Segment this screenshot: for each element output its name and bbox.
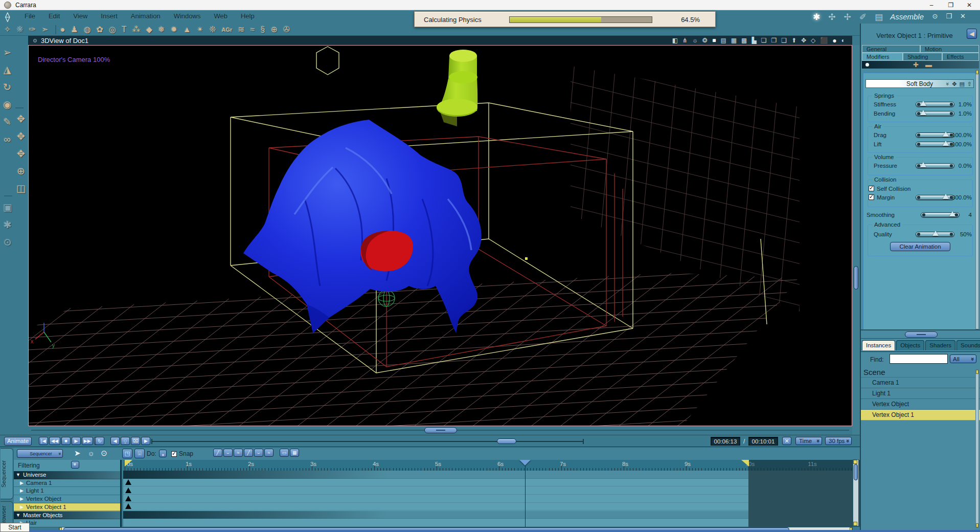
bone-tool-icon[interactable]: ✧ xyxy=(4,24,11,35)
zoom-view-icon[interactable]: ⊙ xyxy=(4,237,12,248)
rock-icon[interactable]: ◆ xyxy=(146,24,152,35)
minimize-button[interactable]: – xyxy=(923,0,940,10)
tween-linear-button[interactable]: ╱ xyxy=(213,449,222,457)
detach-panel-icon[interactable]: ❒ xyxy=(946,12,952,20)
smoothing-slider[interactable] xyxy=(921,212,960,217)
field-guide-icon[interactable]: ❑ xyxy=(781,37,787,44)
current-time-field[interactable]: 00:06:13 xyxy=(711,437,740,446)
next-frame-button[interactable]: ▶▶ xyxy=(82,437,93,445)
viewport-vscroll[interactable] xyxy=(852,45,860,435)
rotate-tool-icon[interactable]: ↻ xyxy=(3,82,11,93)
remove-modifier-button[interactable]: ▬ xyxy=(925,61,932,69)
dolly-icon[interactable]: ⊕ xyxy=(17,166,25,177)
tab-instances[interactable]: Instances xyxy=(862,340,895,350)
tree-item-light1[interactable]: ▶Light 1 xyxy=(14,487,120,495)
scale-tool-icon[interactable]: ◉ xyxy=(3,99,12,110)
range-end-flag[interactable] xyxy=(741,460,749,467)
preview-up-icon[interactable]: ⬆ xyxy=(791,37,796,44)
play-button[interactable]: ▶ xyxy=(72,437,81,445)
zoom-timeline-icon[interactable]: ⊙ xyxy=(101,449,107,458)
production-frame-icon[interactable]: ❏ xyxy=(761,37,767,44)
lift-slider[interactable] xyxy=(916,142,954,147)
sphere-primitive-icon[interactable]: ● xyxy=(60,24,65,35)
render-preview-icon[interactable]: ❂ xyxy=(702,37,708,44)
geodesic-icon[interactable]: ◍ xyxy=(84,24,91,35)
auto-group-icon[interactable]: AGr xyxy=(222,24,233,35)
tree-item-camera1[interactable]: ▶Camera 1 xyxy=(14,479,120,487)
move-xz-icon[interactable]: ✥ xyxy=(17,131,25,142)
show-lights-icon[interactable]: ☼ xyxy=(88,449,95,458)
fps-dropdown[interactable]: 30 fps » xyxy=(825,437,852,445)
layout-3pane-icon[interactable]: ▦ xyxy=(731,37,737,44)
link-tool-icon[interactable]: ∞ xyxy=(4,134,11,145)
snap-checkbox[interactable] xyxy=(171,451,177,457)
find-filter-dropdown[interactable]: All » xyxy=(950,354,976,363)
textured-shade-icon[interactable]: ◐ xyxy=(841,37,845,44)
tween-smooth-button[interactable]: ⌣ xyxy=(223,449,233,457)
menu-windows[interactable]: Windows xyxy=(174,12,201,20)
timeline-ruler[interactable]: 0s 1s 2s 3s 4s 5s 6s 7s 8s 9s 10s 11s xyxy=(123,460,860,471)
playhead-marker[interactable] xyxy=(519,460,531,465)
layout-custom-icon[interactable]: ▙ xyxy=(751,37,756,44)
next-key-button[interactable]: ▶ xyxy=(141,437,150,445)
edit-tracks-button[interactable]: ⍗ xyxy=(134,449,145,458)
layout-4pane-icon[interactable]: ▩ xyxy=(741,37,747,44)
menu-insert[interactable]: Insert xyxy=(101,12,118,20)
delete-key-button[interactable]: ⌧ xyxy=(131,437,140,445)
layout-2pane-icon[interactable]: ▤ xyxy=(720,37,726,44)
fountain-icon[interactable]: ❊ xyxy=(209,24,216,35)
camera-select-icon[interactable]: ◧ xyxy=(672,37,678,44)
tab-motion[interactable]: Motion xyxy=(920,45,979,53)
move-xy-icon[interactable]: ✥ xyxy=(17,114,25,125)
grid-snap-button[interactable]: ▦ xyxy=(290,449,299,457)
timeline-vscroll-thumb[interactable] xyxy=(854,464,858,480)
torus-icon[interactable]: ◎ xyxy=(109,24,116,35)
tab-general[interactable]: General xyxy=(862,45,920,53)
instance-row-vertex-object[interactable]: Vertex Object xyxy=(861,399,980,410)
marquee-select-button[interactable]: ▭ xyxy=(280,449,289,457)
select-tool-icon[interactable]: ➢ xyxy=(3,47,11,58)
preview-orbit-icon[interactable]: ✥ xyxy=(801,37,806,44)
spring-icon[interactable]: § xyxy=(261,24,265,35)
terrain-icon[interactable]: ▲ xyxy=(183,24,191,35)
tab-modifiers[interactable]: Modifiers xyxy=(862,53,903,61)
tab-effects[interactable]: Effects xyxy=(942,53,979,61)
filtering-dropdown[interactable]: » xyxy=(71,461,79,469)
model-room-icon[interactable]: ✣ xyxy=(828,12,835,23)
universal-manipulator-icon[interactable]: ◮ xyxy=(4,64,11,76)
browser-scrollbar[interactable] xyxy=(975,369,979,528)
viewport-collapse-icon[interactable] xyxy=(33,39,37,42)
tab-sounds[interactable]: Sounds xyxy=(956,340,980,350)
find-input[interactable] xyxy=(890,354,948,364)
restore-button[interactable]: ❐ xyxy=(942,0,960,10)
prev-key-button[interactable]: ◀ xyxy=(110,437,120,445)
pan-hand-tool-icon[interactable]: ❋ xyxy=(16,24,23,35)
tween-oscillate-button[interactable]: ≈ xyxy=(264,449,274,457)
close-panel-icon[interactable]: ✕ xyxy=(960,12,966,20)
target-helper-icon[interactable]: ⊕ xyxy=(270,24,277,35)
hair-icon[interactable]: ≈ xyxy=(250,24,255,35)
tab-shaders[interactable]: Shaders xyxy=(925,340,955,350)
range-start-flag[interactable] xyxy=(125,460,132,467)
layout-single-icon[interactable]: ■ xyxy=(712,37,716,44)
poser-tool-icon[interactable]: ➣ xyxy=(41,24,48,35)
wrench-icon[interactable]: ✇ xyxy=(283,24,290,35)
sequencer-mode-dropdown[interactable]: Sequencer » xyxy=(17,449,63,458)
cancel-render-button[interactable]: ✕ xyxy=(782,437,791,445)
viewport-3d[interactable]: x y Director's Camera 100% xyxy=(28,45,852,426)
pressure-slider[interactable] xyxy=(916,163,954,168)
back-button[interactable]: ◀ xyxy=(967,29,977,39)
tween-discrete-button[interactable]: ╱ xyxy=(244,449,253,457)
stop-button[interactable]: ■ xyxy=(61,437,71,445)
keyframe-marker[interactable] xyxy=(125,487,131,493)
wireframe-mode-icon[interactable]: ◇ xyxy=(811,37,815,44)
move-yz-icon[interactable]: ✥ xyxy=(17,148,25,160)
pointer-tool-icon[interactable]: ➤ xyxy=(74,449,81,458)
go-start-button[interactable]: |◀ xyxy=(39,437,48,445)
tab-shading[interactable]: Shading xyxy=(903,53,942,61)
collapse-chevron-icon[interactable]: » xyxy=(944,82,952,85)
tree-item-vertex-object[interactable]: ▶Vertex Object xyxy=(14,495,120,503)
menu-edit[interactable]: Edit xyxy=(49,12,60,20)
storyboard-room-icon[interactable]: ✢ xyxy=(844,12,851,23)
instance-row-light1[interactable]: Light 1 xyxy=(861,388,980,399)
